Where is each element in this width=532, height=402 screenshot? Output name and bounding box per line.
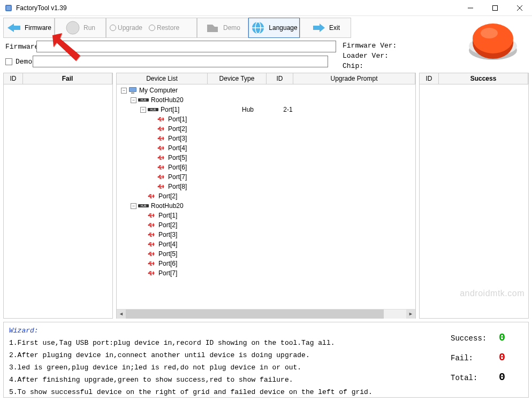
firmware-ver-label: Firmware Ver: bbox=[343, 42, 397, 50]
window-title: FactoryTool v1.39 bbox=[16, 4, 67, 12]
usb-icon bbox=[157, 135, 166, 142]
tree-item-label: Port[8] bbox=[168, 183, 187, 190]
tree-row[interactable]: Port[2] bbox=[117, 220, 415, 230]
tree-toggle-icon[interactable]: − bbox=[131, 203, 136, 209]
scroll-right-arrow[interactable]: ► bbox=[406, 310, 415, 319]
watermark: androidmtk.com bbox=[460, 289, 525, 298]
scroll-left-arrow[interactable]: ◄ bbox=[117, 310, 126, 319]
svg-point-39 bbox=[148, 253, 150, 255]
firmware-button-label: Firmware bbox=[25, 24, 51, 32]
col-upgrade-prompt[interactable]: Upgrade Prompt bbox=[293, 73, 415, 84]
tree-row[interactable]: Port[5] bbox=[117, 153, 415, 163]
restore-radio-label: Restore bbox=[157, 24, 179, 32]
usb-icon bbox=[157, 183, 166, 190]
tree-row[interactable]: Port[1] bbox=[117, 211, 415, 220]
tree-row[interactable]: Port[8] bbox=[117, 182, 415, 191]
fail-col-fail[interactable]: Fail bbox=[23, 73, 112, 84]
tree-toggle-icon[interactable]: − bbox=[121, 88, 127, 94]
col-id[interactable]: ID bbox=[267, 73, 293, 84]
hub-icon: HUB bbox=[138, 203, 149, 208]
col-device-list[interactable]: Device List bbox=[117, 73, 208, 84]
svg-point-24 bbox=[158, 119, 159, 120]
tree-row[interactable]: −My Computer bbox=[117, 86, 415, 95]
fail-panel-body bbox=[4, 84, 112, 318]
scroll-track[interactable] bbox=[126, 310, 406, 319]
tree-item-label: Port[4] bbox=[168, 144, 187, 152]
tree-item-label: Port[2] bbox=[168, 125, 187, 133]
usb-icon bbox=[148, 260, 156, 267]
firmware-button[interactable]: Firmware bbox=[3, 18, 55, 38]
tree-toggle-icon[interactable]: − bbox=[140, 107, 146, 113]
maximize-button[interactable] bbox=[483, 0, 507, 16]
svg-rect-3 bbox=[493, 5, 498, 10]
language-icon bbox=[250, 20, 265, 35]
tree-row[interactable]: Port[3] bbox=[117, 230, 415, 239]
wizard-line: 3.led is green,plug device in;led is red… bbox=[9, 364, 523, 372]
tree-device-type: Hub bbox=[221, 106, 275, 113]
svg-point-32 bbox=[148, 196, 150, 197]
language-button[interactable]: Language bbox=[248, 18, 300, 38]
toolbar: Firmware Run Upgrade Restore Demo Langua… bbox=[0, 16, 532, 40]
tree-item-label: Port[4] bbox=[158, 241, 177, 248]
titlebar: FactoryTool v1.39 bbox=[0, 0, 532, 16]
firmware-input[interactable] bbox=[36, 41, 336, 52]
svg-rect-1 bbox=[6, 6, 11, 10]
usb-icon bbox=[157, 174, 166, 180]
usb-icon bbox=[148, 222, 156, 228]
col-device-type[interactable]: Device Type bbox=[208, 73, 267, 84]
run-button[interactable]: Run bbox=[55, 18, 106, 38]
tree-row[interactable]: Port[4] bbox=[117, 239, 415, 249]
tree-item-label: Port[5] bbox=[158, 250, 177, 258]
fail-panel-header: ID Fail bbox=[4, 73, 112, 84]
tree-row[interactable]: Port[2] bbox=[117, 191, 415, 201]
tree-row[interactable]: Port[7] bbox=[117, 172, 415, 182]
upgrade-radio[interactable]: Upgrade bbox=[110, 24, 142, 32]
restore-radio[interactable]: Restore bbox=[149, 24, 179, 32]
tree-row[interactable]: Port[7] bbox=[117, 268, 415, 278]
fail-col-id[interactable]: ID bbox=[4, 73, 23, 84]
success-col-id[interactable]: ID bbox=[420, 73, 439, 84]
tree-row[interactable]: Port[2] bbox=[117, 124, 415, 134]
firmware-label: Firmware bbox=[5, 43, 36, 51]
success-col-success[interactable]: Success bbox=[439, 73, 528, 84]
svg-text:HUB: HUB bbox=[141, 98, 147, 102]
svg-point-25 bbox=[158, 128, 159, 130]
hub-icon: HUB bbox=[148, 107, 158, 112]
tree-row[interactable]: −HUBRootHub20 bbox=[117, 201, 415, 211]
tree-row[interactable]: Port[4] bbox=[117, 143, 415, 153]
tree-item-label: Port[2] bbox=[158, 192, 177, 200]
tree-item-label: Port[1] bbox=[161, 106, 179, 113]
svg-point-28 bbox=[158, 157, 159, 159]
mode-radio-group: Upgrade Restore bbox=[106, 18, 197, 38]
tree-item-label: Port[5] bbox=[168, 154, 187, 161]
tree-row[interactable]: Port[3] bbox=[117, 134, 415, 143]
scroll-thumb[interactable] bbox=[126, 310, 384, 319]
usb-icon bbox=[148, 231, 156, 238]
tree-row[interactable]: Port[5] bbox=[117, 249, 415, 259]
device-tree-body: −My Computer−HUBRootHub20−HUBPort[1]Hub2… bbox=[117, 84, 415, 309]
tree-row[interactable]: −HUBPort[1]Hub2-1 bbox=[117, 105, 415, 114]
demo-checkbox[interactable] bbox=[5, 58, 12, 65]
tree-row[interactable]: Port[6] bbox=[117, 163, 415, 172]
stats-success-label: Success: bbox=[451, 334, 493, 343]
tree-item-label: Port[3] bbox=[158, 231, 177, 238]
stats-fail-value: 0 bbox=[499, 351, 505, 364]
device-tree[interactable]: −My Computer−HUBRootHub20−HUBPort[1]Hub2… bbox=[117, 84, 415, 279]
computer-icon bbox=[128, 87, 137, 94]
exit-button[interactable]: Exit bbox=[300, 18, 351, 38]
svg-point-35 bbox=[148, 215, 150, 217]
close-button[interactable] bbox=[507, 0, 532, 16]
success-panel-header: ID Success bbox=[420, 73, 528, 84]
radio-icon bbox=[110, 25, 116, 31]
minimize-button[interactable] bbox=[458, 0, 483, 16]
tree-toggle-icon[interactable]: − bbox=[131, 97, 136, 103]
tree-row[interactable]: Port[6] bbox=[117, 259, 415, 268]
demo-button[interactable]: Demo bbox=[197, 18, 248, 38]
svg-point-16 bbox=[481, 28, 498, 38]
tree-row[interactable]: −HUBRootHub20 bbox=[117, 95, 415, 105]
horizontal-scrollbar[interactable]: ◄ ► bbox=[117, 309, 415, 318]
svg-point-30 bbox=[158, 176, 159, 178]
tree-row[interactable]: Port[1] bbox=[117, 114, 415, 124]
action-button[interactable] bbox=[463, 18, 522, 64]
demo-input[interactable] bbox=[33, 56, 328, 67]
